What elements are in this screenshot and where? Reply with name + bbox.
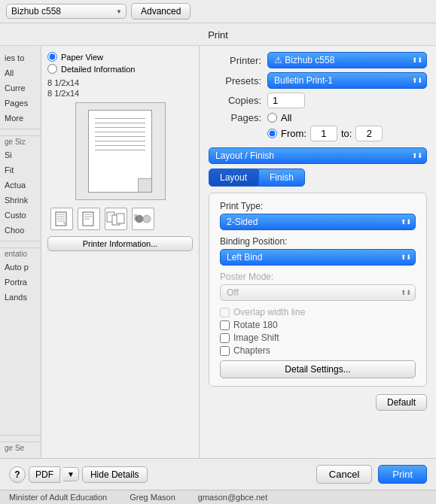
- svg-rect-12: [117, 214, 124, 223]
- status-org: Minister of Adult Education: [9, 493, 107, 502]
- poster-mode-select: Off: [220, 284, 416, 301]
- sidebar-section-ge: ge Siz: [0, 135, 41, 147]
- hide-details-button[interactable]: Hide Details: [82, 466, 148, 483]
- chapters-label: Chapters: [233, 345, 270, 356]
- detailed-info-label: Detailed Information: [61, 65, 135, 74]
- svg-point-16: [143, 215, 151, 223]
- presets-select[interactable]: Bulletin Print-1: [267, 72, 427, 89]
- rotate-row[interactable]: Rotate 180: [220, 320, 416, 330]
- sidebar: ies to All Curre Pages More ge Siz Si Fi…: [0, 46, 41, 458]
- pages-all-radio[interactable]: [267, 113, 277, 123]
- image-shift-checkbox[interactable]: [220, 333, 230, 343]
- poster-mode-label: Poster Mode:: [220, 272, 416, 282]
- default-button[interactable]: Default: [376, 394, 427, 411]
- view-options: Paper View Detailed Information: [47, 52, 193, 74]
- sidebar-item-si[interactable]: Si: [0, 147, 41, 162]
- main-content: ies to All Curre Pages More ge Siz Si Fi…: [0, 46, 436, 458]
- image-shift-row[interactable]: Image Shift: [220, 332, 416, 343]
- layout-finish-select-wrapper: Layout / Finish: [209, 147, 427, 164]
- icon-row: [47, 208, 193, 230]
- detailed-info-radio[interactable]: [47, 64, 57, 74]
- binding-position-label: Binding Position:: [220, 236, 416, 247]
- sidebar-item-all[interactable]: All: [0, 65, 41, 80]
- overlap-row: Overlap width line: [220, 307, 416, 317]
- chapters-row[interactable]: Chapters: [220, 345, 416, 356]
- bottom-left: ? PDF ▼ Hide Details: [9, 466, 148, 483]
- sidebar-item-custo[interactable]: Custo: [0, 208, 41, 223]
- to-input[interactable]: [355, 126, 383, 141]
- pages-from-radio[interactable]: [267, 129, 277, 138]
- sidebar-item-portra[interactable]: Portra: [0, 275, 41, 290]
- paper-view-option[interactable]: Paper View: [47, 52, 193, 62]
- status-email: gmason@gbce.net: [198, 493, 268, 502]
- pdf-arrow-button[interactable]: ▼: [63, 467, 79, 481]
- poster-mode-select-wrapper: Off: [220, 284, 416, 301]
- binding-position-field: Binding Position: Left Bind: [220, 236, 416, 266]
- print-type-select-wrapper: 2-Sided: [220, 214, 416, 230]
- advanced-button[interactable]: Advanced: [131, 3, 191, 20]
- top-bar: Bizhub c558 Advanced: [0, 0, 436, 23]
- printer-select[interactable]: ⚠ Bizhub c558: [267, 52, 427, 68]
- rotate-checkbox[interactable]: [220, 320, 230, 330]
- rotate-label: Rotate 180: [233, 320, 278, 330]
- sidebar-item-lands[interactable]: Lands: [0, 290, 41, 305]
- print-type-field: Print Type: 2-Sided: [220, 201, 416, 230]
- presets-label: Presets:: [209, 75, 261, 87]
- left-panel: Paper View Detailed Information 8 1/2x14…: [41, 46, 200, 458]
- sidebar-item-shrink[interactable]: Shrink: [0, 193, 41, 208]
- overlap-label: Overlap width line: [233, 307, 305, 317]
- pages-label: Pages:: [209, 112, 261, 123]
- sidebar-item-pages[interactable]: Pages: [0, 96, 41, 111]
- sidebar-item-fit[interactable]: Fit: [0, 162, 41, 178]
- cancel-button[interactable]: Cancel: [316, 465, 372, 484]
- pages-radio-group: All From: to:: [267, 112, 383, 141]
- pdf-button[interactable]: PDF: [29, 466, 60, 483]
- printer-top-wrapper: Bizhub c558: [6, 4, 127, 19]
- presets-select-wrapper: Bulletin Print-1: [267, 72, 427, 89]
- copies-row: Copies:: [209, 93, 427, 108]
- pages-all-label: All: [281, 112, 291, 123]
- paper-size-1: 8 1/2x14: [47, 78, 193, 87]
- sidebar-bottom-label: ge Se: [0, 442, 41, 454]
- presets-row: Presets: Bulletin Print-1: [209, 72, 427, 89]
- sidebar-item-more[interactable]: More: [0, 111, 41, 126]
- overlap-checkbox: [220, 308, 230, 317]
- preview-fold: [138, 178, 151, 192]
- sidebar-item-curre[interactable]: Curre: [0, 80, 41, 96]
- sidebar-item-choo[interactable]: Choo: [0, 223, 41, 238]
- finish-tab[interactable]: Finish: [258, 169, 305, 187]
- layout-icon-2: [78, 208, 100, 230]
- layout-icon-3: [105, 208, 127, 230]
- print-type-label: Print Type:: [220, 201, 416, 211]
- layout-tab[interactable]: Layout: [209, 169, 258, 187]
- paper-view-radio[interactable]: [47, 52, 57, 62]
- bottom-right: Cancel Print: [316, 465, 427, 484]
- preview-lines: [95, 118, 145, 154]
- layout-icon-1: [50, 208, 73, 230]
- status-person: Greg Mason: [130, 493, 175, 502]
- printer-info-button[interactable]: Printer Information...: [47, 236, 193, 251]
- sidebar-item-ies[interactable]: ies to: [0, 50, 41, 65]
- layout-icon-4: [132, 208, 154, 230]
- copies-label: Copies:: [209, 95, 261, 106]
- bottom-bar: ? PDF ▼ Hide Details Cancel Print: [0, 458, 436, 490]
- binding-select-wrapper: Left Bind: [220, 249, 416, 266]
- preview-box: [75, 102, 166, 200]
- pages-row: Pages: All From: to:: [209, 112, 427, 141]
- binding-select[interactable]: Left Bind: [220, 249, 416, 266]
- print-button[interactable]: Print: [378, 465, 427, 484]
- detail-settings-button[interactable]: Detail Settings...: [220, 360, 416, 378]
- help-button[interactable]: ?: [9, 466, 26, 483]
- sidebar-item-actua[interactable]: Actua: [0, 178, 41, 193]
- layout-finish-select[interactable]: Layout / Finish: [209, 147, 427, 164]
- printer-top-select[interactable]: Bizhub c558: [6, 4, 127, 19]
- sidebar-item-auto[interactable]: Auto p: [0, 260, 41, 275]
- from-input[interactable]: [310, 126, 337, 141]
- copies-input[interactable]: [267, 93, 305, 108]
- pages-all-option[interactable]: All: [267, 112, 383, 123]
- printer-row: Printer: ⚠ Bizhub c558: [209, 52, 427, 68]
- paper-size-2: 8 1/2x14: [47, 89, 193, 98]
- chapters-checkbox[interactable]: [220, 346, 230, 356]
- print-type-select[interactable]: 2-Sided: [220, 214, 416, 230]
- detailed-info-option[interactable]: Detailed Information: [47, 64, 193, 74]
